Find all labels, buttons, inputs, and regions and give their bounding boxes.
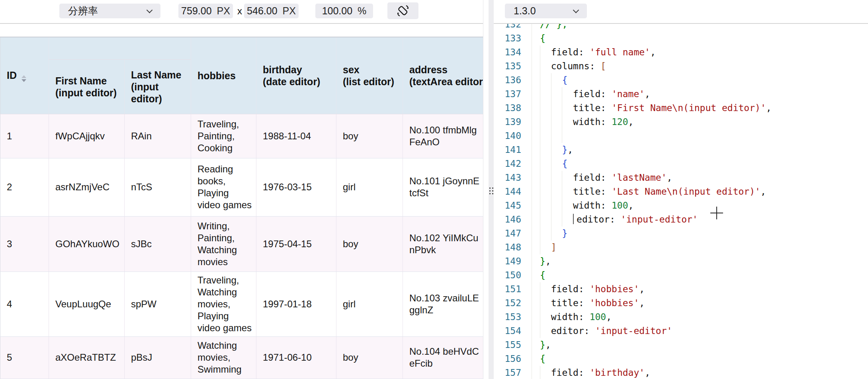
version-select[interactable]: 1.3.0 [505,4,587,18]
cell-birthday[interactable]: 1971-06-10 [256,336,336,379]
cell-first-name[interactable]: fWpCAjjqkv [49,114,125,158]
cell-address[interactable]: No.104 beHVdC eFcib [403,336,484,379]
code-line[interactable]: 139width: 120, [494,115,868,129]
code-line-content[interactable]: field: 'name', [532,87,868,101]
cell-address[interactable]: No.102 YiIMkCu nPbvk [403,216,484,272]
code-line[interactable]: 147} [494,227,868,240]
zoom-input[interactable]: 100.00 % [315,4,373,18]
code-line-content[interactable]: title: 'First Name\n(input editor)', [532,101,868,115]
code-line[interactable]: 141}, [494,143,868,157]
code-line-content[interactable]: editor: 'input-editor' [532,213,868,227]
col-header-birthday[interactable]: birthday (date editor) [256,37,336,114]
code-line[interactable]: 155}, [494,338,868,352]
code-line-content[interactable]: field: 'birthday', [532,366,868,379]
cell-birthday[interactable]: 1976-03-15 [256,158,336,216]
cell-hobbies[interactable]: Traveling, Watching movies, Playing vide… [191,272,256,336]
code-line[interactable]: 154editor: 'input-editor' [494,324,868,338]
code-line-content[interactable]: editor: 'input-editor' [532,324,868,338]
cell-id[interactable]: 3 [0,216,49,272]
rotate-button[interactable] [387,2,418,19]
resolution-select[interactable]: 分辨率 [59,4,160,18]
code-line-content[interactable]: }, [532,338,868,352]
cell-last-name[interactable]: sJBc [125,216,191,272]
col-header-first-name[interactable]: First Name (input editor) [49,59,125,114]
code-line[interactable]: 133{ [494,31,868,45]
col-header-address[interactable]: address (textArea editor) [403,37,484,114]
code-editor[interactable]: 132// },133{134field: 'full name',135col… [494,24,868,379]
code-line-content[interactable]: title: 'hobbies', [532,296,868,310]
cell-address[interactable]: No.100 tfmbMlg FeAnO [403,114,484,158]
code-line-content[interactable]: { [532,268,868,282]
code-line[interactable]: 136{ [494,73,868,87]
code-line-content[interactable]: field: 'lastName', [532,171,868,185]
code-line[interactable]: 153width: 100, [494,310,868,324]
width-input[interactable]: 759.00 PX [178,4,233,18]
height-input[interactable]: 546.00 PX [244,4,299,18]
code-line[interactable]: 135columns: [ [494,59,868,73]
code-line-content[interactable]: }, [532,254,868,268]
code-line[interactable]: 148] [494,240,868,254]
cell-sex[interactable]: boy [336,336,403,379]
cell-first-name[interactable]: asrNZmjVeC [49,158,125,216]
code-line-content[interactable]: { [532,31,868,45]
cell-id[interactable]: 1 [0,114,49,158]
col-header-hobbies[interactable]: hobbies [191,37,256,114]
cell-hobbies[interactable]: Watching movies, Swimming [191,336,256,379]
cell-hobbies[interactable]: Reading books, Playing video games [191,158,256,216]
code-line[interactable]: 150{ [494,268,868,282]
cell-first-name[interactable]: GOhAYkuoWO [49,216,125,272]
code-line-content[interactable]: field: 'hobbies', [532,282,868,296]
code-line-content[interactable]: ] [532,240,868,254]
code-line-content[interactable]: } [532,227,868,240]
code-line-content[interactable]: { [532,352,868,366]
code-line[interactable]: 151field: 'hobbies', [494,282,868,296]
cell-first-name[interactable]: aXOeRaTBTZ [49,336,125,379]
code-line-content[interactable]: title: 'Last Name\n(input editor)', [532,185,868,199]
cell-id[interactable]: 2 [0,158,49,216]
cell-last-name[interactable]: nTcS [125,158,191,216]
col-group-header-full-name[interactable] [49,37,191,59]
cell-sex[interactable]: girl [336,158,403,216]
cell-last-name[interactable]: spPW [125,272,191,336]
cell-id[interactable]: 4 [0,272,49,336]
code-line[interactable]: 138title: 'First Name\n(input editor)', [494,101,868,115]
cell-last-name[interactable]: pBsJ [125,336,191,379]
code-line-content[interactable]: field: 'full name', [532,45,868,59]
code-line-content[interactable]: { [532,157,868,171]
cell-birthday[interactable]: 1975-04-15 [256,216,336,272]
cell-address[interactable]: No.101 jGoynnE tcfSt [403,158,484,216]
cell-sex[interactable]: boy [336,114,403,158]
code-line-content[interactable]: columns: [ [532,59,868,73]
code-line[interactable]: 149}, [494,254,868,268]
cell-id[interactable]: 5 [0,336,49,379]
code-line[interactable]: 134field: 'full name', [494,45,868,59]
panel-splitter[interactable] [489,0,494,379]
cell-hobbies[interactable]: Writing, Painting, Watching movies [191,216,256,272]
cell-birthday[interactable]: 1988-11-04 [256,114,336,158]
code-line[interactable]: 140 [494,129,868,143]
code-line[interactable]: 137field: 'name', [494,87,868,101]
code-line[interactable]: 152title: 'hobbies', [494,296,868,310]
col-header-last-name[interactable]: Last Name (input editor) [125,59,191,114]
cell-first-name[interactable]: VeupLuugQe [49,272,125,336]
cell-last-name[interactable]: RAin [125,114,191,158]
col-header-id[interactable]: ID [0,37,49,114]
cell-address[interactable]: No.103 zvailuLE gglnZ [403,272,484,336]
code-line-content[interactable] [532,129,868,143]
code-line-content[interactable]: width: 100, [532,199,868,213]
code-line-content[interactable]: width: 100, [532,310,868,324]
cell-hobbies[interactable]: Traveling, Painting, Cooking [191,114,256,158]
code-line-content[interactable]: width: 120, [532,115,868,129]
cell-birthday[interactable]: 1997-01-18 [256,272,336,336]
code-line-content[interactable]: // }, [532,24,868,31]
code-line[interactable]: 145width: 100, [494,199,868,213]
code-line[interactable]: 132// }, [494,24,868,31]
code-line[interactable]: 142{ [494,157,868,171]
code-line-content[interactable]: { [532,73,868,87]
code-line[interactable]: 156{ [494,352,868,366]
code-line[interactable]: 144title: 'Last Name\n(input editor)', [494,185,868,199]
cell-sex[interactable]: girl [336,272,403,336]
col-header-sex[interactable]: sex (list editor) [336,37,403,114]
code-line[interactable]: 146editor: 'input-editor' [494,213,868,227]
code-line-content[interactable]: }, [532,143,868,157]
